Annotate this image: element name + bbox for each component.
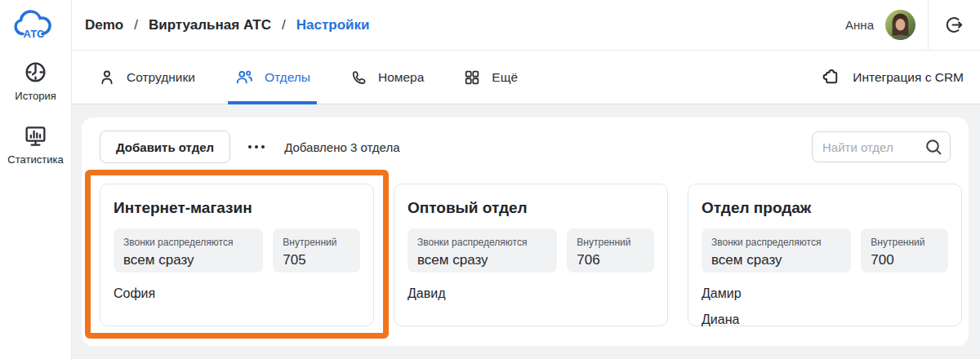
- avatar[interactable]: [885, 10, 915, 40]
- departments-panel: Добавить отдел Добавлено 3 отдела Интерн…: [82, 117, 969, 346]
- logo-text: АТС: [23, 28, 44, 40]
- distribution-label: Звонки распределяются: [123, 237, 253, 248]
- crm-link-label: Интеграция с CRM: [853, 70, 964, 85]
- tab-label: Номера: [378, 70, 424, 85]
- internal-label: Внутренний: [283, 237, 350, 248]
- member-name: Дамир: [702, 281, 948, 307]
- breadcrumb-separator: /: [134, 17, 138, 33]
- user-name: Анна: [845, 18, 874, 32]
- distribution-value: всем сразу: [417, 252, 547, 268]
- main-content: Добавить отдел Добавлено 3 отдела Интерн…: [72, 104, 980, 359]
- grid-icon: [463, 69, 481, 86]
- department-title: Оптовый отдел: [408, 199, 654, 217]
- distribution-value: всем сразу: [123, 252, 253, 268]
- sign-out-icon: [944, 15, 964, 35]
- department-cards-row: Интернет-магазин Звонки распределяются в…: [100, 184, 962, 326]
- tab-employees[interactable]: Сотрудники: [98, 51, 195, 104]
- user-area: Анна: [845, 10, 915, 40]
- department-card-sales[interactable]: Отдел продаж Звонки распределяются всем …: [688, 184, 962, 326]
- department-pills: Звонки распределяются всем сразу Внутрен…: [702, 228, 948, 273]
- more-actions-button[interactable]: [245, 140, 268, 153]
- distribution-label: Звонки распределяются: [711, 237, 841, 248]
- sidebar-item-statistics[interactable]: Статистика: [0, 123, 71, 166]
- breadcrumb-item-vats[interactable]: Виртуальная АТС: [149, 17, 271, 33]
- member-name: Диана: [702, 307, 948, 333]
- internal-number-pill: Внутренний 700: [861, 228, 948, 273]
- ellipsis-icon: [248, 145, 252, 148]
- departments-toolbar: Добавить отдел Добавлено 3 отдела: [82, 117, 969, 163]
- breadcrumb-item-settings: Настройки: [296, 17, 370, 33]
- person-icon: [98, 69, 116, 86]
- tab-label: Ещё: [492, 70, 518, 85]
- tab-numbers[interactable]: Номера: [350, 51, 424, 104]
- internal-value: 700: [871, 252, 938, 268]
- member-name: Давид: [408, 281, 654, 307]
- department-pills: Звонки распределяются всем сразу Внутрен…: [114, 228, 360, 273]
- sidebar-item-history[interactable]: История: [0, 60, 71, 102]
- tab-departments[interactable]: Отделы: [234, 51, 310, 104]
- distribution-pill: Звонки распределяются всем сразу: [114, 228, 263, 273]
- puzzle-icon: [820, 64, 842, 90]
- sidebar-item-label: Статистика: [0, 153, 71, 166]
- department-title: Интернет-магазин: [114, 199, 360, 217]
- distribution-pill: Звонки распределяются всем сразу: [408, 228, 557, 273]
- people-icon: [234, 69, 254, 86]
- breadcrumb-item-demo[interactable]: Demo: [85, 17, 123, 33]
- breadcrumb: Demo / Виртуальная АТС / Настройки: [85, 17, 369, 33]
- search-box: [812, 131, 951, 162]
- department-pills: Звонки распределяются всем сразу Внутрен…: [408, 228, 654, 273]
- members-list: София: [114, 281, 360, 307]
- tab-label: Отделы: [265, 70, 310, 85]
- add-department-button[interactable]: Добавить отдел: [100, 131, 230, 163]
- sidebar: АТС История Статистика: [0, 0, 72, 359]
- departments-count-text: Добавлено 3 отдела: [284, 140, 399, 154]
- logout-button[interactable]: [928, 0, 980, 50]
- distribution-label: Звонки распределяются: [417, 237, 547, 248]
- department-card-wholesale[interactable]: Оптовый отдел Звонки распределяются всем…: [394, 184, 668, 326]
- phone-icon: [350, 69, 368, 86]
- clock-icon: [0, 60, 71, 85]
- tab-more[interactable]: Ещё: [463, 51, 518, 104]
- magnifier-icon[interactable]: [924, 137, 943, 157]
- internal-label: Внутренний: [577, 237, 644, 248]
- tab-label: Сотрудники: [127, 70, 195, 85]
- department-card-internet-shop[interactable]: Интернет-магазин Звонки распределяются в…: [100, 184, 374, 326]
- internal-label: Внутренний: [871, 237, 938, 248]
- internal-number-pill: Внутренний 705: [273, 228, 360, 273]
- distribution-pill: Звонки распределяются всем сразу: [702, 228, 851, 273]
- settings-tabbar: Сотрудники Отделы Номера: [72, 51, 980, 104]
- members-list: Давид: [408, 281, 654, 307]
- department-title: Отдел продаж: [702, 199, 948, 217]
- internal-value: 705: [283, 252, 350, 268]
- breadcrumb-separator: /: [282, 17, 286, 33]
- member-name: София: [114, 281, 360, 307]
- internal-number-pill: Внутренний 706: [567, 228, 654, 273]
- header: Demo / Виртуальная АТС / Настройки Анна: [72, 0, 980, 51]
- sidebar-item-label: История: [0, 90, 71, 102]
- crm-integration-link[interactable]: Интеграция с CRM: [820, 64, 964, 90]
- logo[interactable]: АТС: [13, 6, 59, 45]
- internal-value: 706: [577, 252, 644, 268]
- members-list: Дамир Диана: [702, 281, 948, 333]
- distribution-value: всем сразу: [711, 252, 841, 268]
- stats-monitor-icon: [0, 123, 71, 148]
- cloud-atc-logo-icon: АТС: [13, 6, 59, 42]
